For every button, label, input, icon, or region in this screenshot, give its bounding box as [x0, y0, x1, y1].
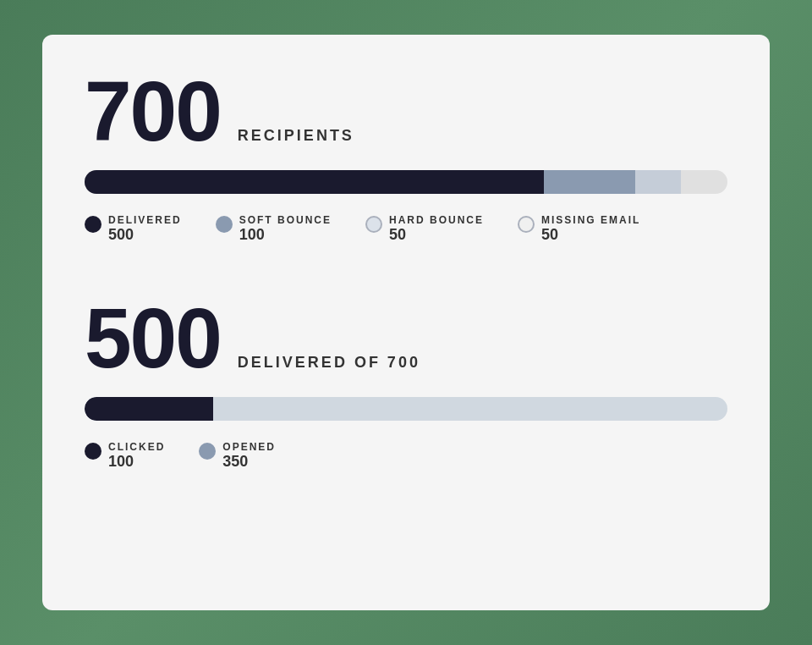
hard-bounce-value: 50	[389, 226, 484, 244]
missing-email-dot	[518, 216, 535, 233]
clicked-dot	[85, 443, 102, 460]
stats-card: 700 RECIPIENTS DELIVERED 500 SOFT BOUNCE	[42, 35, 770, 610]
recipients-legend: DELIVERED 500 SOFT BOUNCE 100 HARD BOUNC…	[85, 214, 727, 244]
recipients-label: RECIPIENTS	[238, 127, 354, 145]
delivered-value: 500	[108, 226, 182, 244]
recipients-number: 700	[85, 69, 221, 153]
delivered-dot	[85, 216, 102, 233]
delivered-legend: CLICKED 100 OPENED 350	[85, 441, 727, 471]
legend-item-missing-email: MISSING EMAIL 50	[518, 214, 640, 244]
delivered-section: 500 DELIVERED OF 700 CLICKED 100 OPENED …	[85, 295, 727, 471]
section-divider	[85, 269, 727, 270]
hard-bounce-bar-segment	[635, 170, 681, 194]
opened-dot	[199, 443, 216, 460]
soft-bounce-title: SOFT BOUNCE	[239, 214, 332, 226]
delivered-progress-bar	[85, 397, 727, 421]
delivered-title: DELIVERED	[108, 214, 182, 226]
recipients-header: 700 RECIPIENTS	[85, 69, 727, 153]
delivered-bar-segment	[85, 170, 544, 194]
clicked-title: CLICKED	[108, 441, 165, 453]
missing-email-title: MISSING EMAIL	[541, 214, 640, 226]
legend-item-delivered: DELIVERED 500	[85, 214, 182, 244]
hard-bounce-dot	[365, 216, 382, 233]
clicked-bar-segment	[85, 397, 213, 421]
missing-email-value: 50	[541, 226, 640, 244]
opened-value: 350	[222, 453, 276, 471]
opened-bar-segment	[213, 397, 727, 421]
delivered-number: 500	[85, 295, 221, 380]
delivered-of-label: DELIVERED OF 700	[238, 354, 420, 372]
missing-bar-segment	[681, 170, 727, 194]
recipients-section: 700 RECIPIENTS DELIVERED 500 SOFT BOUNCE	[85, 69, 727, 244]
soft-bounce-dot	[216, 216, 233, 233]
legend-item-hard-bounce: HARD BOUNCE 50	[365, 214, 484, 244]
soft-bounce-value: 100	[239, 226, 332, 244]
legend-item-clicked: CLICKED 100	[85, 441, 165, 471]
legend-item-opened: OPENED 350	[199, 441, 276, 471]
hard-bounce-title: HARD BOUNCE	[389, 214, 484, 226]
delivered-header: 500 DELIVERED OF 700	[85, 295, 727, 380]
legend-item-soft-bounce: SOFT BOUNCE 100	[216, 214, 332, 244]
clicked-value: 100	[108, 453, 165, 471]
opened-title: OPENED	[222, 441, 276, 453]
recipients-progress-bar	[85, 170, 727, 194]
soft-bounce-bar-segment	[544, 170, 636, 194]
